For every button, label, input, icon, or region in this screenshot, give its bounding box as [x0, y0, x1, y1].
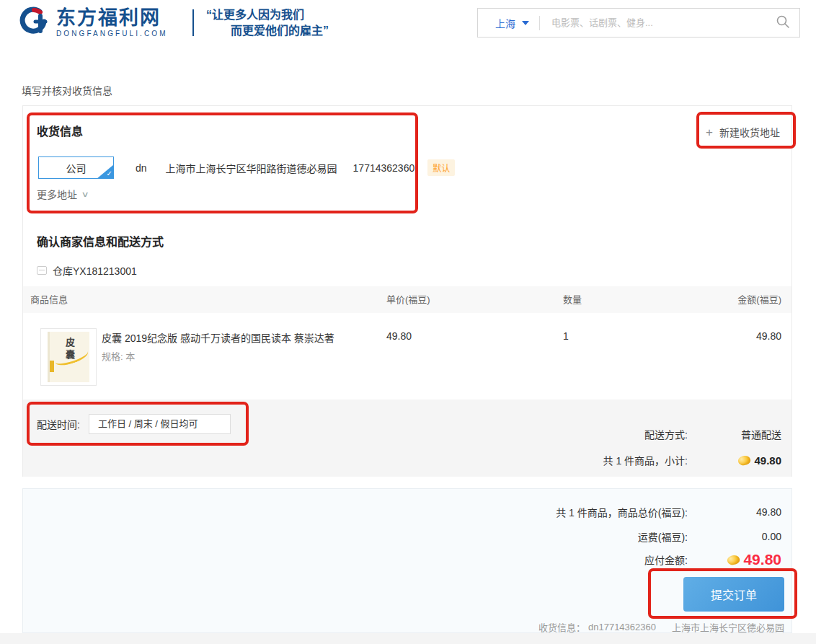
check-icon: ✓ [107, 169, 112, 178]
product-quantity: 1 [563, 330, 569, 342]
shipping-method-value: 普通配送 [688, 427, 781, 441]
header-divider [192, 9, 194, 36]
brand-domain: DONGFANGFULI.COM [56, 30, 168, 38]
submit-order-button[interactable]: 提交订单 [683, 577, 784, 612]
payable-label: 应付金额: [644, 552, 688, 567]
order-summary: 共 1 件商品，商品总价(福豆): 49.80 运费(福豆): 0.00 应付金… [22, 488, 792, 633]
footer-phone: dn17714362360 [588, 622, 656, 632]
site-header: 东方福利网 DONGFANGFULI.COM “让更多人因为我们 而更爱他们的雇… [0, 0, 816, 45]
plus-icon: + [706, 126, 713, 138]
new-address-label: 新建收货地址 [719, 125, 780, 139]
shipping-fee-value: 0.00 [688, 531, 781, 542]
footer-label: 收货信息： [538, 620, 585, 634]
address-tag-company[interactable]: 公司 ✓ [38, 156, 114, 179]
product-unit-price: 49.80 [386, 330, 412, 342]
merchant-section-title: 确认商家信息和配送方式 [37, 232, 164, 250]
chevron-down-icon: ∨ [81, 190, 89, 199]
delivery-time-select[interactable]: 工作日 / 周末 / 假日均可 [89, 414, 231, 434]
column-product: 商品信息 [30, 286, 68, 313]
new-address-button[interactable]: + 新建收货地址 [706, 125, 780, 139]
subtotal-row: 共 1 件商品，小计: 49.80 [603, 453, 781, 467]
total-row: 共 1 件商品，商品总价(福豆): 49.80 [556, 505, 781, 519]
warehouse-row: 仓库YX181213001 [37, 263, 137, 278]
recipient-phone: 17714362360 [353, 162, 415, 174]
more-addresses-toggle[interactable]: 更多地址 ∨ [37, 187, 88, 201]
checkout-page: 东方福利网 DONGFANGFULI.COM “让更多人因为我们 而更爱他们的雇… [0, 0, 816, 644]
warehouse-icon [37, 266, 47, 275]
product-amount: 49.80 [756, 330, 781, 342]
subtotal-value: 49.80 [754, 454, 781, 467]
address-tag-label: 公司 [66, 161, 87, 175]
order-panel: 收货信息 + 新建收货地址 公司 ✓ dn 上海市上海长宁区华阳路街道德必易园 … [22, 105, 792, 477]
delivery-time-row: 配送时间: 工作日 / 周末 / 假日均可 [37, 414, 231, 434]
default-badge: 默认 [427, 159, 455, 176]
city-name: 上海 [495, 16, 515, 30]
total-value: 49.80 [688, 506, 781, 518]
page-title: 填写并核对收货信息 [22, 83, 112, 97]
product-name[interactable]: 皮囊 2019纪念版 感动千万读者的国民读本 蔡崇达著 [102, 330, 334, 345]
shipping-method-row: 配送方式: 普通配送 [644, 427, 781, 441]
book-cover-label [48, 361, 54, 372]
book-cover-title: 皮囊 [63, 338, 76, 362]
brand-slogan: “让更多人因为我们 而更爱他们的雇主” [206, 7, 329, 39]
shipping-info-title: 收货信息 [37, 122, 83, 139]
payable-value: 49.80 [743, 551, 781, 568]
more-addresses-label: 更多地址 [37, 187, 77, 201]
brand-logo-icon[interactable] [19, 6, 50, 38]
summary-footer: 收货信息： dn17714362360 上海市上海长宁区德必易园 [538, 620, 784, 634]
bottom-strip [0, 633, 816, 644]
address-row: 公司 ✓ dn 上海市上海长宁区华阳路街道德必易园 17714362360 默认 [38, 156, 455, 179]
shipping-fee-label: 运费(福豆): [638, 529, 688, 544]
delivery-options-block: 配送时间: 工作日 / 周末 / 假日均可 配送方式: 普通配送 共 1 件商品… [23, 400, 791, 477]
shipping-fee-row: 运费(福豆): 0.00 [638, 529, 781, 544]
recipient-name: dn [136, 162, 147, 174]
brand-logo-text[interactable]: 东方福利网 DONGFANGFULI.COM [56, 8, 168, 38]
recipient-address: 上海市上海长宁区华阳路街道德必易园 [166, 161, 337, 175]
fudou-bean-icon [727, 553, 741, 566]
search-input[interactable] [540, 17, 776, 28]
fudou-bean-icon [737, 454, 752, 467]
book-cover-image: 皮囊 [48, 332, 89, 382]
total-label: 共 1 件商品，商品总价(福豆): [556, 505, 688, 519]
payable-row: 应付金额: 49.80 [644, 551, 781, 568]
column-qty: 数量 [563, 286, 582, 313]
delivery-time-label: 配送时间: [37, 417, 80, 431]
slogan-line-1: “让更多人因为我们 [206, 7, 329, 23]
product-row: 皮囊 皮囊 2019纪念版 感动千万读者的国民读本 蔡崇达著 规格: 本 49.… [23, 313, 791, 400]
brand-name: 东方福利网 [56, 8, 168, 28]
city-selector[interactable]: 上海 [478, 16, 539, 30]
shipping-method-label: 配送方式: [644, 427, 688, 441]
payable-value-wrap: 49.80 [688, 551, 781, 568]
search-icon[interactable] [776, 14, 790, 32]
slogan-line-2: 而更爱他们的雇主” [206, 23, 329, 39]
search-bar: 上海 [477, 8, 800, 38]
column-price: 单价(福豆) [386, 286, 430, 313]
product-table-header: 商品信息 单价(福豆) 数量 金额(福豆) [23, 286, 791, 313]
product-spec: 规格: 本 [102, 349, 135, 363]
product-thumbnail[interactable]: 皮囊 [40, 328, 97, 386]
warehouse-name: 仓库YX181213001 [53, 263, 137, 278]
caret-down-icon [522, 21, 529, 25]
column-amount: 金额(福豆) [737, 286, 781, 313]
subtotal-value-wrap: 49.80 [688, 454, 781, 467]
footer-address: 上海市上海长宁区德必易园 [672, 620, 784, 634]
subtotal-label: 共 1 件商品，小计: [603, 453, 688, 467]
